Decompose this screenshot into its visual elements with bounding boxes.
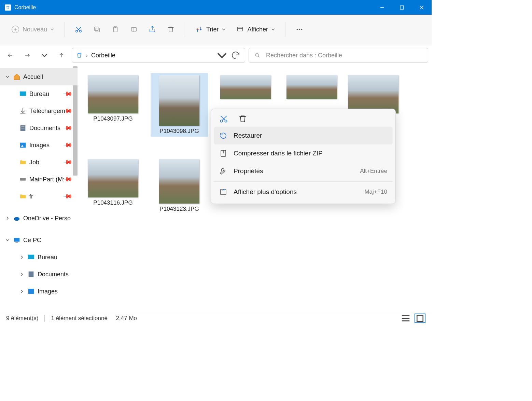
more-button[interactable] (291, 21, 308, 38)
svg-point-17 (297, 29, 298, 30)
plus-icon: + (12, 26, 19, 33)
context-menu: Restaurer Compresser dans le fichier ZIP… (211, 109, 396, 204)
maximize-button[interactable] (392, 0, 412, 15)
ctx-cut-button[interactable] (219, 114, 228, 123)
documents-icon (19, 124, 27, 132)
sidebar-item-pc-desktop[interactable]: Bureau (0, 249, 78, 266)
sidebar-item-desktop[interactable]: Bureau 📌 (0, 85, 78, 102)
sidebar-item-pc-documents[interactable]: Documents (0, 266, 78, 283)
forward-button[interactable] (20, 49, 34, 62)
drive-icon (19, 176, 27, 183)
view-icon (236, 26, 244, 33)
sidebar-item-fr[interactable]: fr 📌 (0, 188, 78, 205)
sort-button[interactable]: Trier (191, 21, 230, 38)
recycle-bin-icon (5, 4, 11, 11)
new-button[interactable]: + Nouveau (7, 21, 59, 38)
svg-rect-25 (20, 92, 26, 96)
wrench-icon (219, 167, 227, 175)
delete-button[interactable] (162, 21, 179, 38)
chevron-right-icon[interactable] (19, 273, 25, 276)
ctx-compress-zip[interactable]: Compresser dans le fichier ZIP (214, 144, 393, 162)
window-title: Corbeille (14, 4, 36, 11)
sidebar-item-documents[interactable]: Documents 📌 (0, 120, 78, 137)
separator (214, 181, 393, 182)
svg-rect-8 (96, 28, 99, 32)
file-name: P1043097.JPG (93, 115, 132, 122)
images-icon (19, 141, 27, 149)
toolbar: + Nouveau Trier Afficher (0, 15, 432, 44)
folder-icon (19, 193, 27, 200)
file-item[interactable]: P1043097.JPG (84, 73, 142, 137)
file-name: P1043123.JPG (159, 206, 199, 212)
refresh-button[interactable] (230, 50, 241, 60)
up-button[interactable] (55, 49, 68, 62)
desktop-icon (19, 90, 27, 98)
ctx-delete-button[interactable] (238, 114, 247, 123)
svg-rect-9 (95, 27, 98, 31)
history-dropdown[interactable] (217, 50, 227, 60)
thumbnails-view-button[interactable] (415, 314, 425, 323)
pin-icon: 📌 (62, 140, 73, 150)
sort-label: Trier (206, 26, 219, 33)
svg-rect-31 (20, 143, 26, 148)
download-icon (19, 107, 27, 115)
file-item[interactable]: P1043116.JPG (84, 157, 142, 215)
thumbnail (220, 75, 271, 99)
chevron-down-icon[interactable] (5, 75, 10, 79)
ctx-restore[interactable]: Restaurer (214, 127, 393, 144)
thumbnail (348, 75, 398, 113)
file-name: P1043116.JPG (93, 199, 132, 206)
minimize-button[interactable] (372, 0, 392, 15)
status-bar: 9 élément(s) 1 élément sélectionné 2,47 … (0, 312, 432, 324)
cut-button[interactable] (70, 21, 87, 38)
svg-rect-1 (400, 6, 404, 9)
sidebar-item-images[interactable]: Images 📌 (0, 137, 78, 154)
sidebar-item-pc-images[interactable]: Images (0, 283, 78, 300)
svg-rect-50 (417, 315, 423, 321)
chevron-right-icon[interactable] (5, 217, 10, 220)
svg-point-18 (299, 29, 300, 30)
back-button[interactable] (3, 49, 17, 62)
close-button[interactable] (412, 0, 432, 15)
file-name: P1043098.JPG (159, 128, 199, 135)
file-item[interactable]: P1043098.JPG (151, 73, 208, 137)
images-icon (27, 288, 35, 295)
rename-icon (130, 26, 138, 33)
svg-rect-39 (28, 289, 34, 294)
accelerator: Maj+F10 (364, 189, 387, 195)
sidebar-item-home[interactable]: Accueil (0, 68, 78, 85)
search-input[interactable]: Rechercher dans : Corbeille (249, 48, 428, 63)
file-item[interactable]: P1043123.JPG (151, 157, 208, 215)
chevron-down-icon (271, 28, 275, 31)
share-icon (149, 26, 156, 33)
share-button[interactable] (144, 21, 161, 38)
sidebar-item-thispc[interactable]: Ce PC (0, 232, 78, 249)
details-view-button[interactable] (400, 314, 411, 323)
sidebar-item-job[interactable]: Job 📌 (0, 154, 78, 171)
new-label: Nouveau (23, 26, 47, 33)
chevron-down-icon[interactable] (5, 238, 10, 242)
svg-rect-33 (20, 178, 26, 180)
chevron-right-icon[interactable] (19, 290, 25, 293)
ctx-more-options[interactable]: Afficher plus d'options Maj+F10 (214, 183, 393, 201)
sidebar-item-mainpart[interactable]: MainPart (M: 📌 (0, 171, 78, 188)
address-bar[interactable]: › Corbeille (72, 48, 245, 63)
pin-icon: 📌 (62, 88, 73, 99)
rename-button[interactable] (125, 21, 142, 38)
folder-icon (19, 158, 27, 166)
thumbnail (88, 159, 138, 197)
zip-icon (219, 149, 227, 157)
chevron-right-icon[interactable] (19, 255, 25, 259)
svg-rect-36 (15, 242, 18, 243)
clipboard-icon (112, 26, 119, 33)
copy-icon (93, 26, 101, 33)
breadcrumb-location[interactable]: Corbeille (91, 52, 115, 59)
copy-button[interactable] (88, 21, 106, 38)
search-placeholder: Rechercher dans : Corbeille (266, 52, 342, 59)
view-button[interactable]: Afficher (232, 21, 280, 38)
sidebar-item-onedrive[interactable]: OneDrive - Perso (0, 210, 78, 227)
sidebar-item-downloads[interactable]: Téléchargem 📌 (0, 102, 78, 120)
paste-button[interactable] (107, 21, 124, 38)
ctx-properties[interactable]: Propriétés Alt+Entrée (214, 162, 393, 180)
recent-button[interactable] (38, 49, 51, 62)
